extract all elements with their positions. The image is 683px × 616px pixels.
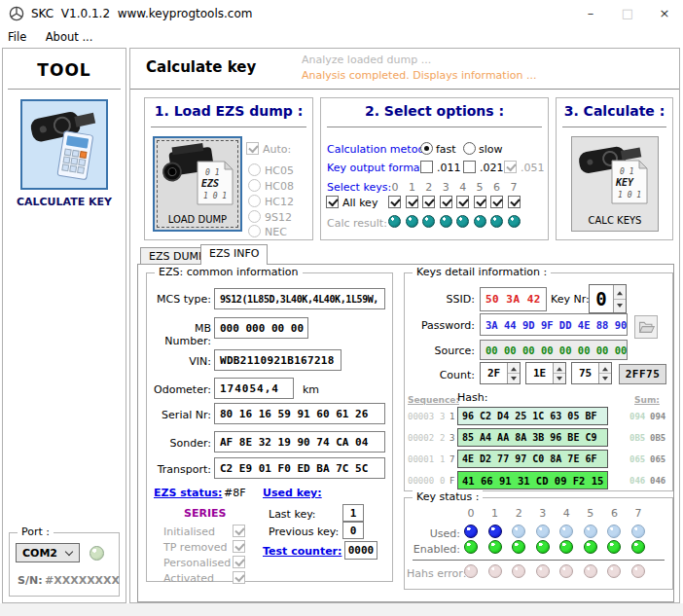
key-6-checkbox[interactable] (490, 196, 503, 208)
sequence-header[interactable]: Sequence: (408, 395, 459, 405)
serial-nr-label: Serial Nr: (149, 409, 211, 421)
calc-result-led (490, 215, 503, 228)
used-led (512, 525, 525, 538)
sequence-pos: 1 (449, 412, 454, 421)
transport-field[interactable]: C2 E9 01 F0 ED BA 7C 5C (214, 457, 385, 479)
calc-result-led (422, 215, 435, 228)
key-7-checkbox[interactable] (508, 196, 521, 208)
key-number: 4 (456, 181, 470, 194)
sidebar-heading: TOOL (3, 60, 126, 80)
open-folder-icon (638, 320, 655, 334)
key-3-checkbox[interactable] (440, 196, 452, 208)
used-key-link[interactable]: Used key: (263, 487, 322, 499)
spinner-down-button[interactable] (599, 374, 611, 383)
used-led (464, 525, 478, 538)
step3-section: 3. Calculate : 0 1 KEY 1 0 1 CALC KEYS (556, 97, 673, 240)
last-key-field[interactable]: 1 (342, 504, 364, 522)
count-spinner-1[interactable]: 2F (480, 362, 521, 384)
format-011-checkbox[interactable] (420, 161, 433, 173)
key-0-checkbox[interactable] (388, 196, 401, 208)
load-dump-button[interactable]: 0 1 EZS 1 0 1 LOAD DUMP (153, 136, 242, 232)
key-4-checkbox[interactable] (456, 196, 469, 208)
ezs-status-link[interactable]: EZS status: (154, 487, 223, 499)
hash-error-led (584, 564, 597, 578)
sonder-field[interactable]: AF 8E 32 19 90 74 CA 04 (214, 431, 385, 453)
all-key-checkbox[interactable] (326, 196, 339, 208)
test-counter-field[interactable]: 0000 (344, 541, 377, 560)
key-1-checkbox[interactable] (406, 196, 418, 208)
count-spinner-2[interactable]: 1E (525, 362, 566, 384)
radio-slow[interactable] (463, 142, 476, 155)
key-number: 5 (584, 507, 597, 520)
close-icon[interactable]: × (646, 0, 683, 27)
sequence-value: 00002 (408, 433, 434, 443)
sequence-pos: 3 (449, 433, 454, 443)
calc-result-led-row (388, 215, 521, 228)
spinner-up-button[interactable] (614, 285, 626, 300)
calc-result-led (388, 215, 401, 228)
key-status-divider (413, 560, 665, 561)
source-field: 00 00 00 00 00 00 00 00 (480, 340, 628, 360)
mcs-type-field[interactable]: 9S12(1L85D,3L40K,4L40K,1L59W, (214, 288, 385, 309)
app-icon (9, 6, 24, 21)
key-5-checkbox[interactable] (474, 196, 486, 208)
hash-error-led (464, 564, 478, 578)
sequence-pos: F (449, 476, 454, 486)
minimize-icon[interactable]: – (572, 0, 609, 27)
radio-9s12-label: 9S12 (265, 211, 292, 224)
key-calculator-icon (23, 101, 105, 185)
source-label: Source: (409, 344, 475, 357)
password-field[interactable]: 3A 44 9D 9F DD 4E 88 90 (480, 313, 628, 336)
key-2-checkbox[interactable] (422, 196, 435, 208)
key-number: 1 (488, 507, 502, 520)
hash-value: 85 A4 AA 8A 3B 96 BE C9 (457, 428, 608, 447)
calc-keys-button-label: CALC KEYS (572, 215, 658, 226)
count-spinner-3[interactable]: 75 (571, 362, 612, 384)
port-select[interactable]: COM2 (16, 543, 80, 562)
spinner-down-button[interactable] (554, 374, 565, 383)
radio-fast[interactable] (420, 142, 433, 155)
used-led (631, 525, 645, 538)
step2-section: 2. Select options : Calculation metod: f… (320, 97, 549, 240)
select-keys-checkbox-row (388, 196, 521, 208)
previous-key-field[interactable]: 0 (342, 522, 364, 539)
sum-value-faint: 094 (629, 412, 645, 421)
sonder-label: Sonder: (149, 437, 211, 450)
spinner-up-button[interactable] (508, 363, 520, 374)
key-number: 3 (439, 181, 452, 194)
calculate-key-tool-button[interactable] (20, 99, 108, 190)
main-panel: Calculate key Analyze loaded dump ... An… (129, 48, 680, 603)
calc-keys-button[interactable]: 0 1 KEY 1 0 1 CALC KEYS (571, 136, 659, 232)
calc-method-label: Calculation metod: (327, 143, 428, 156)
ssid-field[interactable]: 50 3A 42 D4 (480, 287, 547, 311)
key-number: 2 (512, 507, 525, 520)
key-nr-spinner[interactable]: 0 (589, 284, 627, 313)
key-number: 7 (631, 507, 645, 520)
radio-hc05 (248, 163, 261, 176)
odometer-field[interactable]: 174054,4 (214, 378, 294, 399)
test-counter-link[interactable]: Test counter: (263, 545, 342, 558)
sum-header[interactable]: Sum: (634, 395, 660, 405)
sequence-value: 00000 (408, 476, 434, 486)
menu-about[interactable]: About ... (38, 27, 101, 47)
enabled-led (464, 540, 478, 554)
tab-ezs-info[interactable]: EZS INFO (200, 244, 268, 265)
spinner-up-button[interactable] (599, 363, 611, 374)
menu-file[interactable]: File (0, 27, 34, 47)
mb-number-field[interactable]: 000 000 00 00 (214, 317, 308, 339)
auto-label: Auto: (263, 143, 291, 156)
maximize-icon[interactable]: □ (609, 0, 646, 27)
spinner-up-button[interactable] (554, 363, 565, 374)
key-number: 4 (559, 507, 573, 520)
format-021-checkbox[interactable] (463, 161, 476, 173)
serial-nr-field[interactable]: 80 16 16 59 91 60 61 26 (214, 403, 385, 424)
serial-number-value: #XXXXXXXX (45, 574, 120, 587)
key-number: 0 (464, 507, 478, 520)
spinner-down-button[interactable] (508, 374, 520, 383)
hash-error-led (559, 564, 573, 578)
sum-value-faint: 046 (629, 476, 645, 486)
step2-divider (327, 127, 542, 127)
port-group-label: Port : (18, 525, 54, 538)
vin-field[interactable]: WDB2110921B167218 (214, 349, 342, 371)
spinner-down-button[interactable] (614, 300, 626, 313)
